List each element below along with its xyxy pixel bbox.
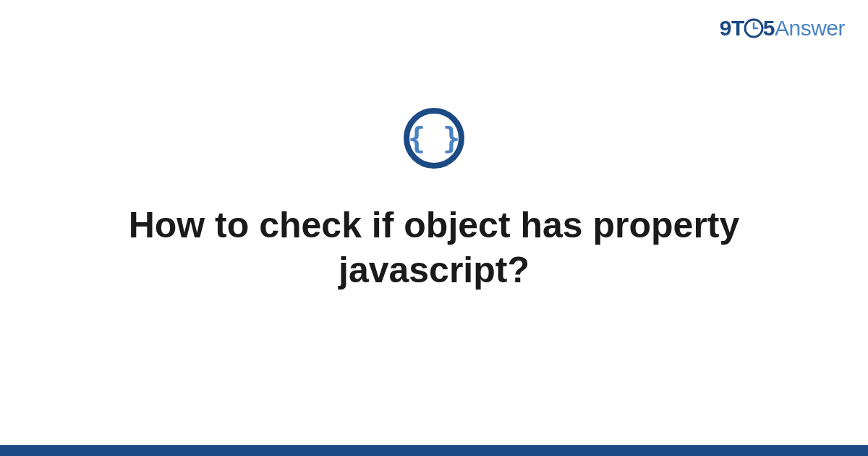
main-content: { } How to check if object has property … <box>0 0 868 456</box>
curly-braces-icon: { } <box>401 106 467 174</box>
svg-text:{ }: { } <box>408 122 460 155</box>
question-title: How to check if object has property java… <box>109 203 760 293</box>
footer-accent-bar <box>0 445 868 456</box>
